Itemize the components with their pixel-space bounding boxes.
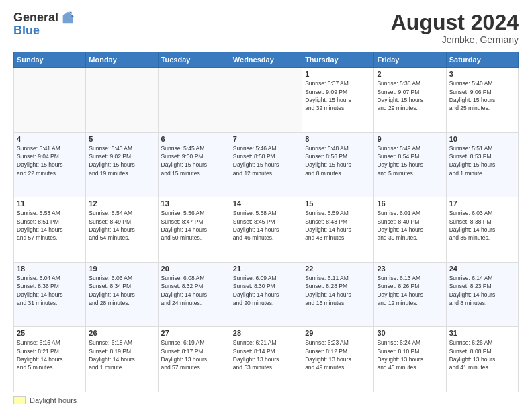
day-info: Sunrise: 6:04 AM Sunset: 8:36 PM Dayligh…	[17, 274, 83, 307]
day-info: Sunrise: 6:18 AM Sunset: 8:19 PM Dayligh…	[89, 338, 154, 371]
day-info: Sunrise: 5:37 AM Sunset: 9:09 PM Dayligh…	[305, 79, 371, 112]
legend-box	[13, 396, 26, 404]
calendar-cell: 26Sunrise: 6:18 AM Sunset: 8:19 PM Dayli…	[86, 327, 158, 392]
day-info: Sunrise: 5:49 AM Sunset: 8:54 PM Dayligh…	[377, 144, 443, 177]
day-number: 3	[449, 70, 515, 78]
day-number: 16	[377, 199, 443, 208]
day-info: Sunrise: 6:16 AM Sunset: 8:21 PM Dayligh…	[17, 338, 83, 371]
calendar-cell: 30Sunrise: 6:24 AM Sunset: 8:10 PM Dayli…	[374, 327, 446, 392]
calendar-cell: 8Sunrise: 5:48 AM Sunset: 8:56 PM Daylig…	[302, 132, 374, 197]
calendar-cell: 31Sunrise: 6:26 AM Sunset: 8:08 PM Dayli…	[446, 327, 518, 392]
calendar-day-header: Monday	[86, 52, 158, 68]
day-info: Sunrise: 6:14 AM Sunset: 8:23 PM Dayligh…	[449, 274, 515, 307]
day-info: Sunrise: 5:56 AM Sunset: 8:47 PM Dayligh…	[161, 209, 227, 242]
calendar-cell: 24Sunrise: 6:14 AM Sunset: 8:23 PM Dayli…	[446, 262, 518, 327]
calendar-cell: 7Sunrise: 5:46 AM Sunset: 8:58 PM Daylig…	[230, 132, 302, 197]
day-number: 4	[17, 135, 83, 143]
calendar-week-row: 18Sunrise: 6:04 AM Sunset: 8:36 PM Dayli…	[14, 262, 519, 327]
day-number: 10	[449, 135, 515, 143]
day-number: 7	[233, 135, 299, 143]
day-number: 26	[89, 329, 154, 337]
header: General Blue August 2024 Jembke, Germany	[13, 11, 519, 45]
day-number: 20	[161, 265, 227, 273]
logo-icon	[60, 11, 75, 26]
calendar-week-row: 4Sunrise: 5:41 AM Sunset: 9:04 PM Daylig…	[14, 132, 519, 197]
calendar-cell: 5Sunrise: 5:43 AM Sunset: 9:02 PM Daylig…	[86, 132, 158, 197]
day-info: Sunrise: 5:45 AM Sunset: 9:00 PM Dayligh…	[161, 144, 227, 177]
day-number: 21	[233, 265, 299, 273]
calendar-header-row: SundayMondayTuesdayWednesdayThursdayFrid…	[14, 52, 519, 68]
day-info: Sunrise: 5:51 AM Sunset: 8:53 PM Dayligh…	[449, 144, 515, 177]
day-info: Sunrise: 5:48 AM Sunset: 8:56 PM Dayligh…	[305, 144, 371, 177]
title-block: August 2024 Jembke, Germany	[391, 11, 519, 45]
day-number: 14	[233, 199, 299, 208]
day-number: 15	[305, 199, 371, 208]
logo: General Blue	[13, 11, 75, 38]
calendar-cell: 10Sunrise: 5:51 AM Sunset: 8:53 PM Dayli…	[446, 132, 518, 197]
day-number: 1	[305, 70, 371, 78]
day-info: Sunrise: 5:41 AM Sunset: 9:04 PM Dayligh…	[17, 144, 83, 177]
calendar-cell	[158, 68, 230, 133]
day-info: Sunrise: 5:53 AM Sunset: 8:51 PM Dayligh…	[17, 209, 83, 242]
calendar-cell	[86, 68, 158, 133]
day-number: 30	[377, 329, 443, 337]
day-info: Sunrise: 6:23 AM Sunset: 8:12 PM Dayligh…	[305, 338, 371, 371]
calendar-day-header: Sunday	[14, 52, 86, 68]
calendar-cell: 23Sunrise: 6:13 AM Sunset: 8:26 PM Dayli…	[374, 262, 446, 327]
day-number: 6	[161, 135, 227, 143]
day-info: Sunrise: 6:09 AM Sunset: 8:30 PM Dayligh…	[233, 274, 299, 307]
calendar-day-header: Tuesday	[158, 52, 230, 68]
calendar-cell: 16Sunrise: 6:01 AM Sunset: 8:40 PM Dayli…	[374, 197, 446, 263]
day-info: Sunrise: 6:03 AM Sunset: 8:38 PM Dayligh…	[449, 209, 515, 242]
day-number: 9	[377, 135, 443, 143]
day-info: Sunrise: 5:40 AM Sunset: 9:06 PM Dayligh…	[449, 79, 515, 112]
legend-label: Daylight hours	[30, 396, 77, 404]
day-number: 11	[17, 199, 83, 208]
calendar-day-header: Thursday	[302, 52, 374, 68]
day-number: 17	[449, 199, 515, 208]
day-info: Sunrise: 6:06 AM Sunset: 8:34 PM Dayligh…	[89, 274, 154, 307]
calendar-cell: 6Sunrise: 5:45 AM Sunset: 9:00 PM Daylig…	[158, 132, 230, 197]
day-number: 28	[233, 329, 299, 337]
footer: Daylight hours	[13, 396, 519, 404]
calendar-cell: 19Sunrise: 6:06 AM Sunset: 8:34 PM Dayli…	[86, 262, 158, 327]
calendar-cell: 15Sunrise: 5:59 AM Sunset: 8:43 PM Dayli…	[302, 197, 374, 263]
calendar-cell: 20Sunrise: 6:08 AM Sunset: 8:32 PM Dayli…	[158, 262, 230, 327]
day-info: Sunrise: 6:11 AM Sunset: 8:28 PM Dayligh…	[305, 274, 371, 307]
calendar-cell: 12Sunrise: 5:54 AM Sunset: 8:49 PM Dayli…	[86, 197, 158, 263]
day-info: Sunrise: 5:43 AM Sunset: 9:02 PM Dayligh…	[89, 144, 154, 177]
calendar-cell: 13Sunrise: 5:56 AM Sunset: 8:47 PM Dayli…	[158, 197, 230, 263]
calendar-cell: 28Sunrise: 6:21 AM Sunset: 8:14 PM Dayli…	[230, 327, 302, 392]
calendar-cell: 27Sunrise: 6:19 AM Sunset: 8:17 PM Dayli…	[158, 327, 230, 392]
calendar-day-header: Wednesday	[230, 52, 302, 68]
calendar-cell: 14Sunrise: 5:58 AM Sunset: 8:45 PM Dayli…	[230, 197, 302, 263]
calendar-week-row: 1Sunrise: 5:37 AM Sunset: 9:09 PM Daylig…	[14, 68, 519, 133]
day-info: Sunrise: 5:58 AM Sunset: 8:45 PM Dayligh…	[233, 209, 299, 242]
day-info: Sunrise: 6:01 AM Sunset: 8:40 PM Dayligh…	[377, 209, 443, 242]
day-number: 31	[449, 329, 515, 337]
day-number: 13	[161, 199, 227, 208]
logo-general-text: General	[13, 11, 58, 25]
calendar-cell: 29Sunrise: 6:23 AM Sunset: 8:12 PM Dayli…	[302, 327, 374, 392]
day-info: Sunrise: 6:08 AM Sunset: 8:32 PM Dayligh…	[161, 274, 227, 307]
day-info: Sunrise: 5:38 AM Sunset: 9:07 PM Dayligh…	[377, 79, 443, 112]
calendar-cell: 9Sunrise: 5:49 AM Sunset: 8:54 PM Daylig…	[374, 132, 446, 197]
day-info: Sunrise: 5:54 AM Sunset: 8:49 PM Dayligh…	[89, 209, 154, 242]
calendar-cell	[14, 68, 86, 133]
day-number: 18	[17, 265, 83, 273]
month-year-title: August 2024	[391, 11, 519, 34]
day-info: Sunrise: 5:46 AM Sunset: 8:58 PM Dayligh…	[233, 144, 299, 177]
calendar-table: SundayMondayTuesdayWednesdayThursdayFrid…	[13, 52, 519, 392]
day-info: Sunrise: 5:59 AM Sunset: 8:43 PM Dayligh…	[305, 209, 371, 242]
calendar-week-row: 25Sunrise: 6:16 AM Sunset: 8:21 PM Dayli…	[14, 327, 519, 392]
day-number: 22	[305, 265, 371, 273]
calendar-day-header: Friday	[374, 52, 446, 68]
logo-blue-text: Blue	[13, 24, 75, 38]
day-number: 2	[377, 70, 443, 78]
calendar-cell: 1Sunrise: 5:37 AM Sunset: 9:09 PM Daylig…	[302, 68, 374, 133]
calendar-day-header: Saturday	[446, 52, 518, 68]
calendar-week-row: 11Sunrise: 5:53 AM Sunset: 8:51 PM Dayli…	[14, 197, 519, 263]
calendar-cell: 4Sunrise: 5:41 AM Sunset: 9:04 PM Daylig…	[14, 132, 86, 197]
calendar-cell: 2Sunrise: 5:38 AM Sunset: 9:07 PM Daylig…	[374, 68, 446, 133]
day-number: 25	[17, 329, 83, 337]
